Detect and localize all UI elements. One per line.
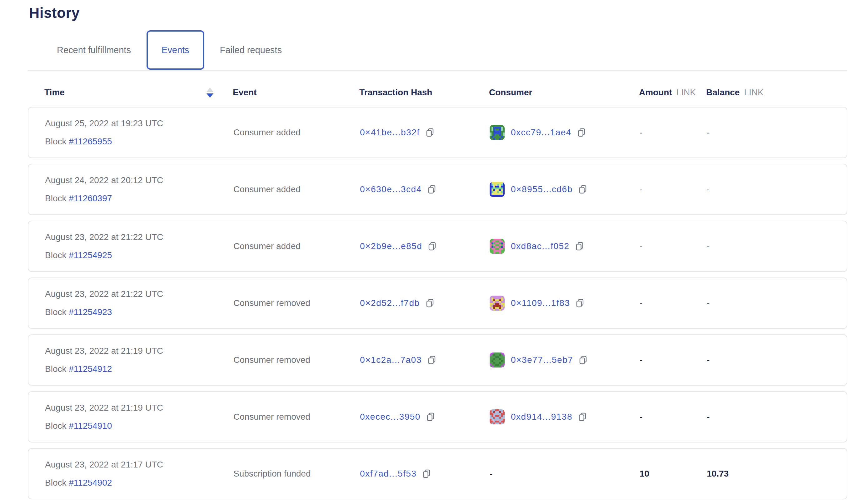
transaction-hash-link[interactable]: 0×2b9e...e85d [360, 241, 422, 251]
tab-recent-fulfillments[interactable]: Recent fulfillments [43, 45, 145, 55]
transaction-hash-link[interactable]: 0×2d52...f7db [360, 298, 420, 308]
row-block: Block #11254902 [45, 478, 112, 488]
row-date: August 24, 2022 at 20:12 UTC [45, 175, 163, 185]
tab-events[interactable]: Events [147, 30, 204, 70]
copy-transaction-hash-button[interactable] [425, 298, 435, 308]
amount-cell: 10 [640, 469, 707, 479]
row-date: August 23, 2022 at 21:19 UTC [45, 403, 163, 413]
block-number-link[interactable]: #11254902 [69, 478, 112, 488]
consumer-identicon [490, 409, 505, 424]
copy-transaction-hash-button[interactable] [422, 469, 432, 479]
block-number-link[interactable]: #11260397 [69, 193, 112, 203]
copy-transaction-hash-button[interactable] [425, 127, 435, 137]
copy-consumer-address-button[interactable] [575, 298, 585, 308]
row-amount: 10 [640, 469, 649, 479]
row-block: Block #11265955 [45, 137, 112, 147]
copy-consumer-address-button[interactable] [578, 355, 588, 365]
consumer-address-link[interactable]: 0×8955...cd6b [511, 184, 573, 194]
consumer-address-link[interactable]: 0×3e77...5eb7 [511, 355, 573, 365]
row-balance: - [707, 241, 710, 251]
row-event: Consumer removed [233, 412, 310, 422]
event-cell: Consumer removed [233, 412, 360, 422]
tab-divider [28, 70, 847, 71]
row-event: Consumer added [233, 184, 300, 194]
event-cell: Consumer added [233, 184, 360, 194]
transaction-hash-cell: 0×2d52...f7db [360, 298, 490, 308]
row-date: August 23, 2022 at 21:19 UTC [45, 346, 163, 356]
copy-consumer-address-button[interactable] [578, 184, 588, 194]
transaction-hash-link[interactable]: 0×1c2a...7a03 [360, 355, 422, 365]
row-balance: - [707, 412, 710, 422]
column-header-event: Event [233, 88, 359, 98]
amount-cell: - [640, 127, 707, 137]
block-number-link[interactable]: #11254912 [69, 364, 112, 374]
block-number-link[interactable]: #11254923 [69, 307, 112, 317]
consumer-address-link[interactable]: 0×1109...1f83 [511, 298, 570, 308]
table-row: August 23, 2022 at 21:22 UTC Block #1125… [28, 220, 847, 272]
transaction-hash-cell: 0×2b9e...e85d [360, 241, 490, 251]
row-amount: - [640, 241, 642, 251]
copy-icon [578, 184, 588, 194]
block-number-link[interactable]: #11265955 [69, 137, 112, 146]
event-cell: Consumer removed [233, 355, 360, 365]
transaction-hash-link[interactable]: 0×630e...3cd4 [360, 184, 422, 194]
table-row: August 23, 2022 at 21:19 UTC Block #1125… [28, 334, 847, 386]
consumer-cell: 0×1109...1f83 [490, 296, 640, 311]
sort-desc-icon [207, 93, 214, 98]
consumer-cell: 0×3e77...5eb7 [490, 352, 640, 367]
transaction-hash-link[interactable]: 0×41be...b32f [360, 127, 420, 137]
copy-transaction-hash-button[interactable] [427, 355, 437, 365]
copy-icon [576, 127, 586, 137]
row-balance: - [707, 355, 710, 365]
row-event: Subscription funded [233, 469, 311, 479]
copy-icon [425, 412, 436, 422]
transaction-hash-cell: 0×1c2a...7a03 [360, 355, 490, 365]
balance-cell: 10.73 [707, 469, 848, 479]
consumer-address-link[interactable]: 0xd8ac...f052 [511, 241, 570, 251]
time-cell: August 24, 2022 at 20:12 UTC Block #1126… [45, 175, 233, 203]
block-number-link[interactable]: #11254925 [69, 250, 112, 260]
row-event: Consumer removed [233, 355, 310, 365]
consumer-address-link[interactable]: 0xd914...9138 [511, 412, 572, 422]
copy-consumer-address-button[interactable] [575, 241, 585, 251]
tab-failed-requests[interactable]: Failed requests [206, 45, 296, 55]
sort-control[interactable] [207, 88, 214, 98]
balance-cell: - [707, 355, 848, 365]
block-number-link[interactable]: #11254910 [69, 421, 112, 431]
row-amount: - [640, 412, 642, 422]
balance-cell: - [707, 241, 848, 251]
copy-transaction-hash-button[interactable] [425, 412, 436, 422]
row-balance: - [707, 127, 710, 137]
table-row: August 23, 2022 at 21:17 UTC Block #1125… [28, 448, 847, 499]
consumer-identicon [490, 125, 505, 140]
row-event: Consumer added [233, 241, 300, 251]
amount-cell: - [640, 298, 707, 308]
amount-unit-label: LINK [676, 88, 696, 98]
table-row: August 25, 2022 at 19:23 UTC Block #1126… [28, 107, 847, 158]
row-block: Block #11260397 [45, 193, 112, 203]
balance-cell: - [707, 298, 848, 308]
copy-icon [575, 241, 585, 251]
consumer-address-link[interactable]: 0xcc79...1ae4 [511, 127, 571, 137]
copy-icon [427, 241, 437, 251]
transaction-hash-link[interactable]: 0xecec...3950 [360, 412, 421, 422]
copy-icon [427, 355, 437, 365]
row-amount: - [640, 355, 642, 365]
consumer-identicon [490, 296, 505, 311]
column-header-consumer: Consumer [489, 88, 639, 98]
copy-transaction-hash-button[interactable] [427, 184, 437, 194]
transaction-hash-link[interactable]: 0xf7ad...5f53 [360, 469, 416, 479]
event-cell: Consumer added [233, 241, 360, 251]
row-block: Block #11254910 [45, 421, 112, 431]
column-header-time: Time [44, 88, 233, 98]
copy-consumer-address-button[interactable] [576, 127, 586, 137]
row-event: Consumer added [233, 127, 300, 137]
event-cell: Consumer removed [233, 298, 360, 308]
event-cell: Consumer added [233, 127, 360, 137]
copy-consumer-address-button[interactable] [578, 412, 587, 422]
consumer-cell: - [490, 469, 640, 479]
consumer-identicon [490, 182, 505, 197]
row-date: August 25, 2022 at 19:23 UTC [45, 118, 163, 128]
time-cell: August 23, 2022 at 21:22 UTC Block #1125… [45, 232, 233, 260]
copy-transaction-hash-button[interactable] [427, 241, 437, 251]
